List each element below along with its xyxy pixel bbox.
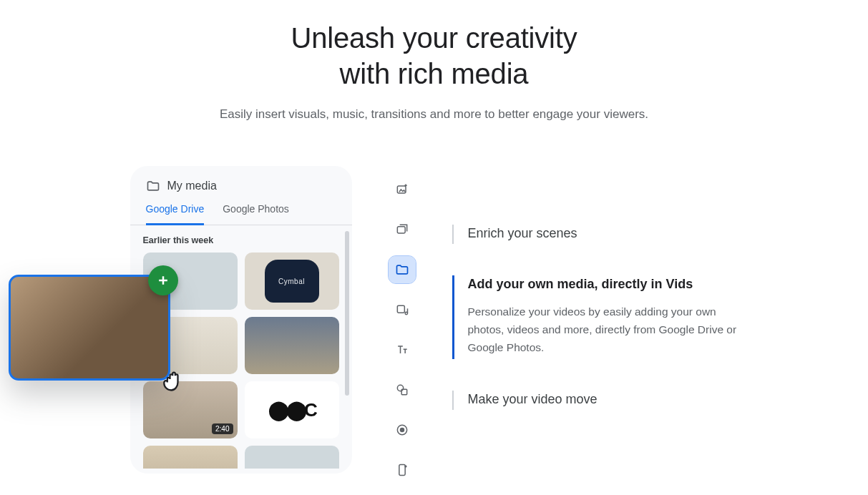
thumb-logo[interactable]: ⬤⬤C <box>245 381 339 438</box>
tab-google-drive[interactable]: Google Drive <box>146 203 205 225</box>
rail-shapes[interactable] <box>389 376 416 403</box>
add-media-badge[interactable] <box>148 265 178 295</box>
feature-list: Enrich your scenes Add your own media, d… <box>452 166 760 410</box>
dragging-media-preview[interactable] <box>9 275 170 381</box>
svg-rect-2 <box>397 305 404 313</box>
grab-cursor-icon <box>158 363 190 394</box>
text-icon <box>395 343 409 357</box>
section-earlier-this-week: Earlier this week <box>143 235 339 245</box>
rail-image-gen[interactable] <box>389 176 416 203</box>
title-line-2: with rich media <box>340 58 529 89</box>
page-subtitle: Easily insert visuals, music, transition… <box>0 107 868 122</box>
rail-my-media[interactable] <box>389 256 416 283</box>
image-sparkle-icon <box>395 182 409 197</box>
svg-point-7 <box>400 428 404 432</box>
music-note-icon <box>395 303 409 317</box>
rail-record[interactable] <box>389 416 416 443</box>
video-duration: 2:40 <box>212 423 233 434</box>
svg-rect-8 <box>399 465 404 476</box>
rail-audio[interactable] <box>389 296 416 323</box>
feature-title: Add your own media, directly in Vids <box>468 277 760 292</box>
tshirt-label: Cymbal <box>278 278 305 285</box>
thumb-office[interactable]: 2:40 <box>143 381 238 438</box>
rail-templates[interactable] <box>389 456 416 484</box>
feature-title: Make your video move <box>468 392 760 407</box>
plus-icon <box>156 273 170 288</box>
folder-icon <box>146 179 160 193</box>
feature-add-own-media[interactable]: Add your own media, directly in Vids Per… <box>452 275 760 359</box>
svg-point-4 <box>397 385 403 391</box>
title-line-1: Unleash your creativity <box>291 22 577 54</box>
media-panel-illustration: My media Google Drive Google Photos Earl… <box>109 166 352 474</box>
feature-body: Personalize your videos by easily adding… <box>468 303 754 356</box>
svg-rect-1 <box>397 227 405 233</box>
rail-text[interactable] <box>389 336 416 363</box>
thumb-tshirt[interactable]: Cymbal <box>245 253 339 310</box>
thumb-interior[interactable] <box>143 446 238 469</box>
feature-title: Enrich your scenes <box>468 226 760 241</box>
page-title: Unleash your creativity with rich media <box>0 20 868 92</box>
tab-google-photos[interactable]: Google Photos <box>223 203 289 225</box>
panel-title: My media <box>167 180 217 192</box>
gallery-icon <box>395 222 409 237</box>
mobile-sparkle-icon <box>395 463 409 477</box>
feature-enrich-scenes[interactable]: Enrich your scenes <box>452 225 760 244</box>
shapes-icon <box>395 383 409 397</box>
folder-icon <box>395 263 409 277</box>
record-icon <box>395 423 409 437</box>
rail-stock[interactable] <box>389 216 416 243</box>
insert-sidebar-rail <box>382 166 422 494</box>
thumb-extra[interactable] <box>245 446 339 469</box>
thumb-city[interactable] <box>245 317 339 374</box>
feature-make-video-move[interactable]: Make your video move <box>452 391 760 410</box>
